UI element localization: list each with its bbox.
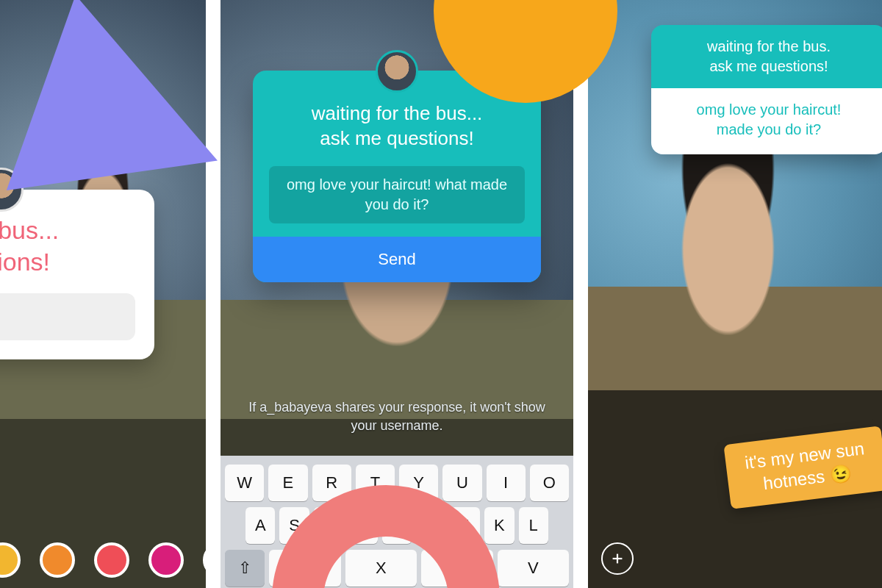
- question-sticker: waiting for the bus... ask me questions!…: [253, 71, 541, 282]
- keyboard-key[interactable]: I: [487, 465, 526, 501]
- keyboard-key[interactable]: L: [519, 507, 548, 544]
- color-swatch[interactable]: [40, 542, 75, 578]
- story-photo: [588, 118, 882, 588]
- qa-answer-line: omg love your haircut!: [697, 101, 842, 118]
- question-input[interactable]: mething...: [0, 293, 135, 340]
- qa-answer: omg love your haircut! made you do it?: [651, 88, 882, 154]
- question-prompt: r the bus... uestions!: [0, 215, 135, 277]
- qa-question-line: waiting for the bus.: [707, 38, 831, 54]
- keyboard-key[interactable]: U: [442, 465, 481, 501]
- color-swatch[interactable]: [148, 542, 184, 578]
- send-button[interactable]: Send: [253, 237, 541, 282]
- add-story-button[interactable]: [601, 542, 634, 575]
- keyboard-key[interactable]: A: [245, 507, 275, 544]
- question-prompt-line: r the bus...: [0, 216, 59, 244]
- plus-icon: [609, 551, 625, 567]
- qa-question-line: ask me questions!: [709, 58, 828, 74]
- color-swatch[interactable]: [94, 542, 129, 578]
- keyboard-key[interactable]: V: [498, 550, 570, 587]
- keyboard-key[interactable]: E: [268, 465, 307, 501]
- shift-key[interactable]: ⇧: [225, 550, 265, 587]
- question-answer-card: waiting for the bus. ask me questions! o…: [651, 25, 882, 154]
- question-prompt-line: ask me questions!: [320, 127, 474, 149]
- story-panel-right: waiting for the bus. ask me questions! o…: [588, 0, 882, 588]
- decorative-triangle: [0, 0, 218, 190]
- keyboard-key[interactable]: K: [484, 507, 514, 544]
- keyboard-key[interactable]: O: [530, 465, 569, 501]
- color-swatch[interactable]: [203, 542, 206, 578]
- qa-question: waiting for the bus. ask me questions!: [651, 25, 882, 88]
- keyboard-key[interactable]: W: [225, 465, 264, 501]
- privacy-disclosure: If a_babayeva shares your response, it w…: [245, 398, 549, 435]
- qa-answer-line: made you do it?: [717, 121, 821, 137]
- color-swatch[interactable]: [0, 542, 21, 578]
- question-prompt-line: waiting for the bus...: [312, 102, 483, 124]
- question-sticker[interactable]: r the bus... uestions! mething...: [0, 190, 154, 359]
- color-picker-row: [0, 542, 206, 578]
- question-input[interactable]: omg love your haircut! what made you do …: [269, 166, 525, 223]
- avatar: [376, 50, 418, 93]
- question-prompt-line: uestions!: [0, 248, 50, 276]
